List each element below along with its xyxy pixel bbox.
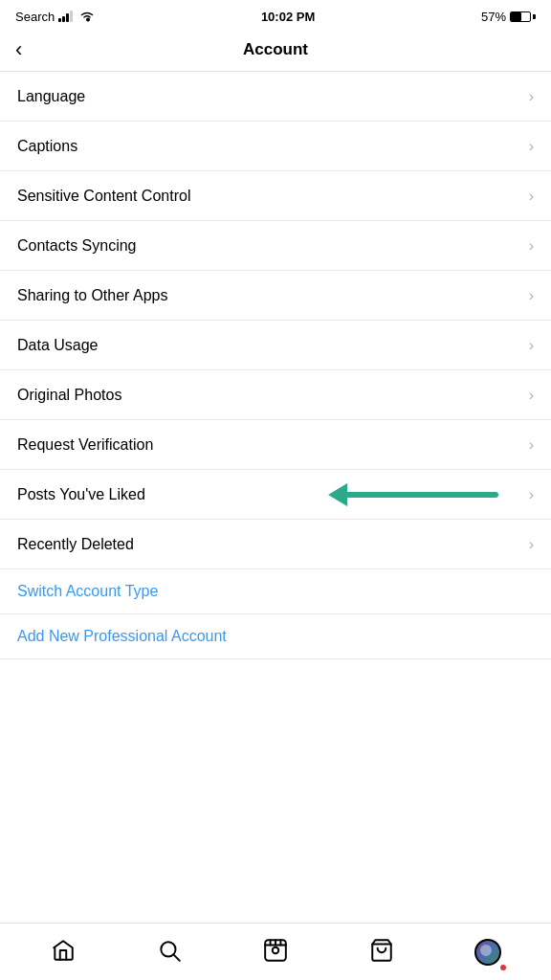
chevron-icon-sensitive: › (529, 188, 534, 205)
page-title: Account (243, 40, 308, 59)
nav-item-home[interactable] (39, 928, 87, 976)
status-left: Search (15, 10, 95, 24)
search-icon (157, 938, 182, 967)
status-bar: Search 10:02 PM 57% (0, 0, 551, 31)
chevron-icon-captions: › (529, 138, 534, 155)
reels-icon (263, 938, 288, 967)
chevron-icon-original-photos: › (529, 387, 534, 404)
nav-item-profile[interactable] (464, 928, 512, 976)
status-time: 10:02 PM (261, 10, 315, 24)
menu-item-label-recently-deleted: Recently Deleted (17, 536, 134, 553)
profile-avatar (474, 939, 501, 966)
home-icon (51, 938, 76, 967)
menu-item-label-posts-liked: Posts You've Liked (17, 486, 145, 503)
menu-item-label-contacts: Contacts Syncing (17, 237, 137, 255)
signal-bars-icon (58, 11, 73, 22)
bottom-nav (0, 923, 551, 980)
back-button[interactable]: ‹ (15, 39, 22, 60)
nav-item-shop[interactable] (358, 928, 406, 976)
arrow-line (345, 492, 498, 498)
shop-icon (369, 938, 394, 967)
menu-item-posts-liked[interactable]: Posts You've Liked › (0, 470, 551, 520)
menu-item-label-captions: Captions (17, 138, 77, 155)
menu-item-label-sharing: Sharing to Other Apps (17, 287, 167, 304)
menu-list: Language › Captions › Sensitive Content … (0, 72, 551, 659)
page-content: Language › Captions › Sensitive Content … (0, 72, 551, 726)
chevron-icon-data-usage: › (529, 337, 534, 354)
chevron-icon-recently-deleted: › (529, 536, 534, 553)
svg-point-3 (273, 947, 279, 953)
wifi-icon (79, 11, 95, 22)
arrow-head-icon (328, 483, 347, 506)
nav-item-reels[interactable] (252, 928, 299, 976)
menu-item-language[interactable]: Language › (0, 72, 551, 122)
menu-item-original-photos[interactable]: Original Photos › (0, 370, 551, 420)
menu-item-recently-deleted[interactable]: Recently Deleted › (0, 520, 551, 569)
chevron-icon-language: › (529, 88, 534, 105)
chevron-icon-contacts: › (529, 237, 534, 255)
menu-item-label-request-verification: Request Verification (17, 436, 153, 454)
arrow-annotation (328, 483, 498, 506)
menu-item-captions[interactable]: Captions › (0, 122, 551, 171)
nav-item-search[interactable] (145, 928, 193, 976)
menu-item-label-original-photos: Original Photos (17, 387, 121, 404)
add-professional-account-link[interactable]: Add New Professional Account (0, 614, 551, 659)
menu-item-data-usage[interactable]: Data Usage › (0, 321, 551, 370)
menu-item-label-sensitive-content: Sensitive Content Control (17, 188, 190, 205)
status-right: 57% (481, 10, 536, 24)
menu-item-sharing-apps[interactable]: Sharing to Other Apps › (0, 271, 551, 321)
svg-line-1 (174, 954, 180, 960)
switch-account-type-link[interactable]: Switch Account Type (0, 569, 551, 614)
battery-percent: 57% (481, 10, 506, 24)
carrier-text: Search (15, 10, 55, 24)
profile-notification-dot (500, 965, 506, 970)
menu-item-sensitive-content[interactable]: Sensitive Content Control › (0, 171, 551, 221)
menu-item-contacts-syncing[interactable]: Contacts Syncing › (0, 221, 551, 271)
chevron-icon-posts-liked: › (529, 486, 534, 503)
menu-item-label-data-usage: Data Usage (17, 337, 99, 354)
menu-item-label-language: Language (17, 88, 85, 105)
page-header: ‹ Account (0, 31, 551, 72)
battery-icon (510, 11, 536, 22)
menu-item-request-verification[interactable]: Request Verification › (0, 420, 551, 470)
chevron-icon-request-verification: › (529, 436, 534, 454)
chevron-icon-sharing: › (529, 287, 534, 304)
